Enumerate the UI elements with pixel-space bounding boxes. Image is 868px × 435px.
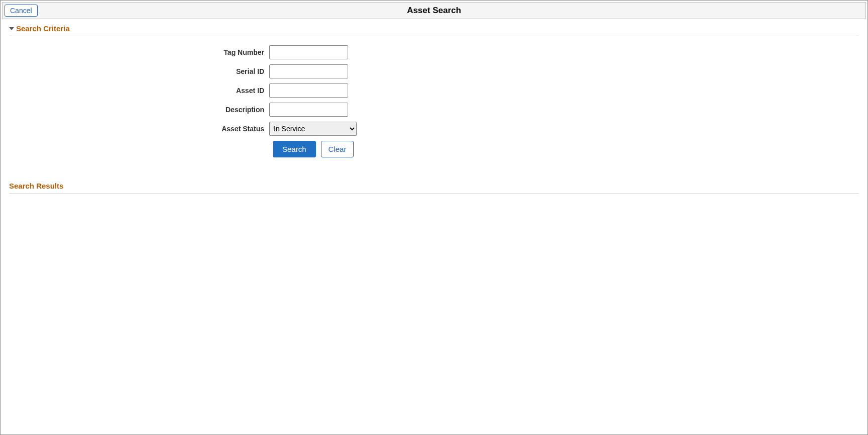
asset-status-select[interactable]: In Service	[269, 122, 357, 136]
asset-status-label: Asset Status	[9, 125, 269, 133]
tag-number-input[interactable]	[269, 45, 348, 59]
chevron-down-icon	[9, 27, 14, 30]
asset-search-window: Cancel Asset Search Search Criteria Tag …	[0, 0, 868, 435]
search-button[interactable]: Search	[273, 141, 316, 157]
description-input[interactable]	[269, 103, 348, 117]
asset-status-row: Asset Status In Service	[9, 122, 859, 136]
asset-id-row: Asset ID	[9, 83, 859, 98]
header-bar: Cancel Asset Search	[2, 2, 866, 19]
asset-id-input[interactable]	[269, 83, 348, 98]
search-criteria-form: Tag Number Serial ID Asset ID Descriptio…	[9, 36, 859, 157]
search-criteria-title: Search Criteria	[16, 24, 70, 33]
tag-number-label: Tag Number	[9, 48, 269, 56]
description-row: Description	[9, 103, 859, 117]
button-row: Search Clear	[273, 141, 859, 157]
serial-id-input[interactable]	[269, 64, 348, 78]
cancel-button[interactable]: Cancel	[5, 5, 38, 17]
page-title: Asset Search	[3, 6, 865, 16]
tag-number-row: Tag Number	[9, 45, 859, 59]
search-results-section: Search Results	[9, 182, 859, 194]
serial-id-row: Serial ID	[9, 64, 859, 78]
serial-id-label: Serial ID	[9, 67, 269, 75]
clear-button[interactable]: Clear	[321, 141, 354, 157]
asset-id-label: Asset ID	[9, 86, 269, 95]
content-area: Search Criteria Tag Number Serial ID Ass…	[2, 19, 866, 194]
search-results-title: Search Results	[9, 182, 859, 194]
search-criteria-toggle[interactable]: Search Criteria	[9, 24, 859, 36]
description-label: Description	[9, 106, 269, 114]
